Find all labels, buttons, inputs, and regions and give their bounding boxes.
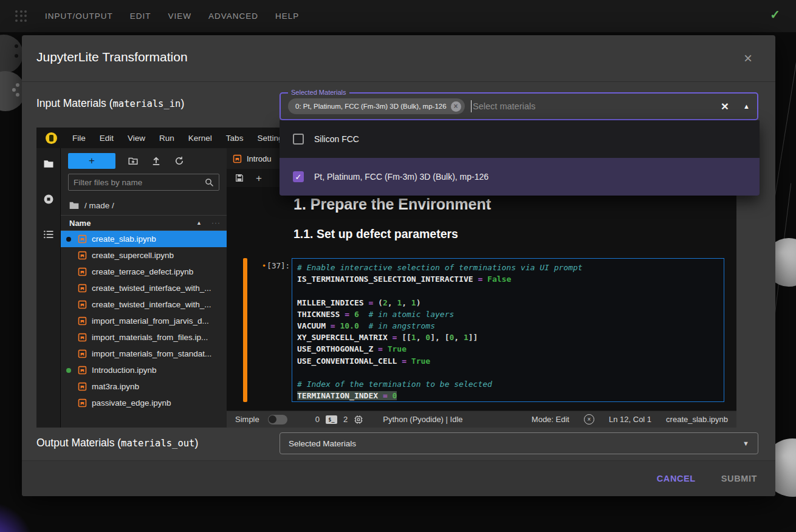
top-menu-item-view[interactable]: VIEW — [168, 12, 192, 21]
add-cell-icon[interactable]: + — [256, 173, 262, 183]
file-row[interactable]: create_twisted_interface_with_... — [61, 296, 227, 313]
output-materials-label: Output Materials (materials_out) — [36, 437, 198, 449]
new-folder-icon[interactable] — [128, 155, 139, 166]
dialog-footer: CANCEL SUBMIT — [22, 460, 775, 496]
file-name: import_material_from_jarvis_d... — [92, 316, 209, 326]
file-row[interactable]: Introduction.ipynb — [61, 362, 227, 378]
file-row[interactable]: create_supercell.ipynb — [61, 247, 227, 264]
file-name: create_twisted_interface_with_... — [92, 300, 211, 309]
code-token: # in atomic layers — [359, 310, 455, 319]
save-icon[interactable] — [235, 173, 244, 183]
input-materials-label: Input Materials (materials_in) — [36, 97, 184, 110]
top-menu-item-edit[interactable]: EDIT — [130, 12, 151, 21]
jupyter-menu-kernel[interactable]: Kernel — [188, 134, 212, 143]
running-kernels-icon[interactable] — [43, 193, 55, 205]
code-token — [378, 391, 383, 400]
top-menu-item-advanced[interactable]: ADVANCED — [208, 12, 258, 21]
code-cell-editor[interactable]: # Enable interactive selection of termin… — [292, 258, 724, 402]
terminals-count[interactable]: 0 — [315, 415, 320, 424]
output-materials-code: materials_out — [121, 438, 194, 449]
chip-delete-icon[interactable]: × — [451, 101, 461, 112]
material-chip[interactable]: 0: Pt, Platinum, FCC (Fm-3m) 3D (Bulk), … — [288, 98, 465, 114]
text-selection: TERMINATION_INDEX = 0 — [297, 391, 397, 400]
jupyter-menu-tabs[interactable]: Tabs — [226, 134, 244, 143]
jupyter-menu-run[interactable]: Run — [159, 134, 174, 143]
prompt-number: [37]: — [267, 261, 290, 270]
output-materials-prefix: Output Materials ( — [36, 437, 121, 449]
file-row[interactable]: create_terrace_defect.ipynb — [61, 264, 227, 280]
code-token: = — [402, 356, 407, 366]
bond-line — [772, 36, 796, 211]
top-menu-item-input-output[interactable]: INPUT/OUTPUT — [45, 12, 113, 21]
material-option-label: Pt, Platinum, FCC (Fm-3m) 3D (Bulk), mp-… — [314, 172, 489, 182]
code-token: TERMINATION_INDEX — [297, 391, 378, 400]
code-token: 10.0 — [340, 321, 359, 330]
material-option[interactable]: Silicon FCC — [280, 120, 760, 158]
new-launcher-button[interactable]: + — [68, 153, 115, 169]
file-browser-icon[interactable] — [43, 158, 55, 170]
dialog-close-icon[interactable]: × — [744, 50, 752, 67]
file-row[interactable]: mat3ra.ipynb — [61, 378, 227, 395]
material-option[interactable]: ✓Pt, Platinum, FCC (Fm-3m) 3D (Bulk), mp… — [280, 158, 760, 196]
file-name: create_twisted_interface_with_... — [92, 284, 211, 293]
jupyter-menu-edit[interactable]: Edit — [100, 134, 114, 143]
notebook-file-icon — [78, 349, 87, 358]
terminal-icon[interactable]: $_ — [326, 415, 337, 424]
code-token — [326, 321, 331, 330]
code-token — [407, 356, 411, 366]
upload-icon[interactable] — [151, 155, 162, 166]
file-row[interactable]: import_materials_from_standat... — [61, 346, 227, 362]
cursor-position[interactable]: Ln 12, Col 1 — [609, 415, 651, 424]
checkbox-unchecked-icon[interactable] — [293, 134, 304, 145]
simple-mode-toggle[interactable] — [268, 415, 287, 425]
notebook-file-icon — [78, 316, 87, 326]
clear-selection-icon[interactable]: × — [721, 99, 729, 114]
code-line: USE_CONVENTIONAL_CELL = True — [297, 355, 724, 367]
material-search-input[interactable] — [473, 101, 721, 111]
jupyter-menu-file[interactable]: File — [72, 134, 86, 143]
output-materials-select[interactable]: Selected Materials ▼ — [280, 432, 758, 454]
file-list-header[interactable]: Name ▲ ··· — [61, 215, 227, 231]
notebook-heading-2: 1.1. Set up defect parameters — [293, 227, 458, 241]
code-token: VACUUM — [297, 321, 326, 330]
kernel-chip-icon[interactable] — [354, 415, 363, 425]
code-token — [482, 275, 487, 284]
folder-icon — [69, 201, 79, 210]
code-token: = — [378, 344, 383, 353]
code-token: , — [402, 298, 411, 307]
activity-bar — [36, 148, 61, 428]
cancel-button[interactable]: CANCEL — [657, 474, 696, 483]
refresh-icon[interactable] — [174, 155, 185, 166]
submit-button[interactable]: SUBMIT — [721, 474, 757, 483]
materials-dropdown: Silicon FCC✓Pt, Platinum, FCC (Fm-3m) 3D… — [280, 120, 760, 196]
file-row[interactable]: import_materials_from_files.ip... — [61, 329, 227, 346]
top-menu-item-help[interactable]: HELP — [275, 12, 299, 21]
code-line: TERMINATION_INDEX = 0 — [297, 390, 724, 401]
active-cell-indicator[interactable] — [243, 258, 247, 402]
collapse-dropdown-icon[interactable]: ▲ — [743, 103, 750, 110]
kernels-count[interactable]: 2 — [343, 415, 348, 424]
jupyter-menu-view[interactable]: View — [128, 134, 145, 143]
file-row[interactable]: create_twisted_interface_with_... — [61, 280, 227, 296]
table-of-contents-icon[interactable] — [43, 228, 55, 240]
file-row[interactable]: import_material_from_jarvis_d... — [61, 313, 227, 329]
file-row[interactable]: create_slab.ipynb — [61, 231, 227, 247]
code-token: , — [416, 333, 426, 342]
checkbox-checked-icon[interactable]: ✓ — [293, 171, 304, 182]
file-row[interactable]: passivate_edge.ipynb — [61, 395, 227, 411]
code-token: = — [331, 321, 335, 330]
selected-materials-field[interactable]: Selected Materials 0: Pt, Platinum, FCC … — [280, 92, 758, 120]
kernel-status[interactable]: Python (Pyodide) | Idle — [383, 415, 462, 424]
name-column-header[interactable]: Name — [69, 219, 91, 228]
breadcrumb[interactable]: / made / — [61, 196, 227, 215]
app-grid-icon[interactable] — [13, 9, 29, 24]
code-token: XY_SUPERCELL_MATRIX — [297, 333, 388, 342]
notifications-off-icon[interactable]: × — [584, 414, 594, 425]
notebook-heading-1: 1. Prepare the Environment — [293, 196, 491, 213]
material-chip-label: 0: Pt, Platinum, FCC (Fm-3m) 3D (Bulk), … — [295, 103, 447, 110]
code-token: [[ — [397, 333, 411, 342]
code-line: # Index of the termination to be selecte… — [297, 378, 724, 390]
filter-files-input[interactable] — [74, 178, 205, 187]
editor-mode[interactable]: Mode: Edit — [532, 415, 569, 424]
more-columns-icon[interactable]: ··· — [211, 219, 221, 227]
